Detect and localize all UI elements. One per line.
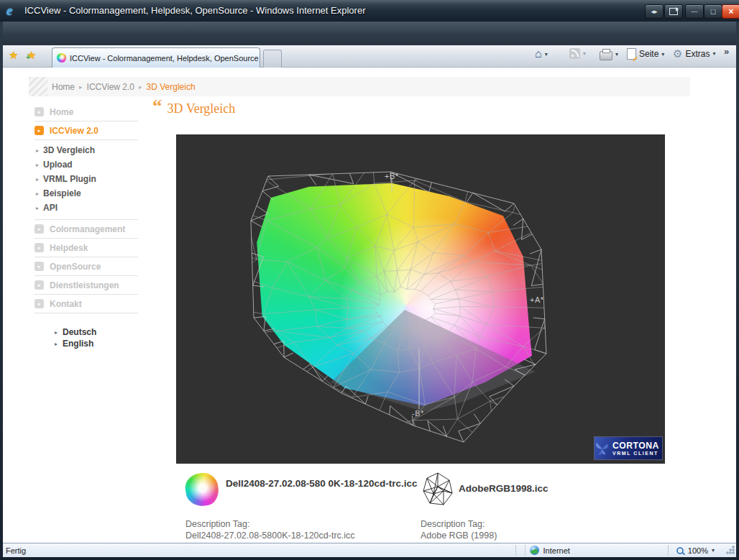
sidebar-item-helpdesk[interactable]: ▸ Helpdesk — [35, 239, 138, 257]
statusbar-divider — [515, 545, 516, 556]
sidebar-item-label: API — [43, 203, 58, 213]
sidebar-item-kontakt[interactable]: ▸ Kontakt — [35, 295, 138, 313]
breadcrumb-arrow-icon: ▸ — [139, 83, 142, 91]
page-menu-button[interactable]: Seite ▾ — [627, 48, 664, 60]
menu-bullet-icon: ▸ — [35, 126, 44, 135]
profile-name-dell: Dell2408-27.02.08-580 0K-18-120cd-trc.ic… — [226, 477, 450, 490]
menu-bullet-icon: ▸ — [35, 280, 44, 290]
breadcrumb-hatch-decoration — [29, 77, 47, 96]
sidebar-submenu: ▸ 3D Vergleich ▸ Upload ▸ VRML Plugin ▸ … — [35, 140, 138, 220]
arrow-right-icon: ▸ — [36, 205, 39, 211]
page-title: 3D Vergleich — [167, 99, 236, 116]
profile-name-adobergb: AdobeRGB1998.icc — [459, 482, 674, 495]
breadcrumb-current-page: 3D Vergleich — [147, 82, 196, 92]
window-resize-button[interactable]: ◂▸ — [645, 4, 664, 19]
breadcrumb-iccview-link[interactable]: ICCView 2.0 — [87, 82, 134, 92]
sidebar-item-api[interactable]: ▸ API — [36, 201, 138, 215]
browser-window: e ICCView - Colormanagement, Helpdesk, O… — [0, 0, 739, 560]
description-label: Description Tag: — [421, 518, 497, 530]
internet-zone-label: Internet — [543, 546, 570, 555]
print-button[interactable]: ▾ — [600, 48, 618, 60]
arrow-right-icon: ▸ — [36, 191, 39, 197]
sidebar-item-home[interactable]: ▸ Home — [35, 103, 138, 121]
feed-button[interactable]: ▾ — [569, 48, 586, 59]
new-tab-button[interactable] — [263, 50, 282, 68]
quote-icon: “ — [152, 99, 162, 114]
home-caret-icon: ▾ — [545, 51, 548, 58]
axis-label-plus-a: +A* — [530, 295, 544, 304]
status-message: Fertig — [6, 546, 26, 555]
statusbar-divider — [525, 545, 525, 556]
breadcrumb-arrow-icon: ▸ — [79, 83, 83, 91]
print-caret-icon: ▾ — [615, 51, 618, 58]
breadcrumb-home-link[interactable]: Home — [52, 82, 75, 92]
page-content: Home ▸ ICCView 2.0 ▸ 3D Vergleich ▸ Home… — [3, 68, 736, 543]
arrow-right-icon: ▸ — [36, 162, 39, 168]
sidebar-item-colormanagement[interactable]: ▸ Colormanagement — [35, 220, 138, 239]
title-bar[interactable]: e ICCView - Colormanagement, Helpdesk, O… — [0, 0, 739, 22]
popout-button[interactable] — [664, 4, 683, 19]
language-link-english[interactable]: ▸ English — [55, 338, 138, 349]
tab-title: ICCView - Colormanagement, Helpdesk, Ope… — [70, 54, 259, 63]
cortona-logo-text: CORTONA VRML CLIENT — [612, 441, 662, 456]
extras-menu-label: Extras — [685, 49, 710, 59]
language-switcher: ▸ Deutsch ▸ English — [55, 326, 138, 349]
sidebar-item-label: VRML Plugin — [43, 174, 96, 184]
extras-caret-icon: ▾ — [712, 50, 715, 57]
popout-icon — [669, 8, 678, 15]
home-icon: ⌂ — [535, 48, 542, 60]
navigation-bar: ← → ▾ ▾ ↻ × ▾ — [0, 22, 739, 45]
description-value: Dell2408-27.02.08-5800K-18-120cd-trc.icc — [185, 530, 355, 541]
printer-icon — [600, 51, 612, 60]
sidebar-item-3d-vergleich[interactable]: ▸ 3D Vergleich — [36, 143, 138, 157]
home-button[interactable]: ⌂ ▾ — [535, 48, 548, 60]
butterfly-icon — [595, 438, 610, 459]
description-tag-adobergb: Description Tag: Adobe RGB (1998) — [421, 518, 497, 541]
cortona-subtitle: VRML CLIENT — [612, 451, 659, 456]
sidebar-item-upload[interactable]: ▸ Upload — [36, 157, 138, 172]
extras-menu-button[interactable]: ⚙ Extras ▾ — [673, 48, 715, 59]
sidebar-item-beispiele[interactable]: ▸ Beispiele — [36, 186, 138, 201]
feed-caret-icon: ▾ — [583, 50, 586, 57]
menu-bullet-icon: ▸ — [35, 243, 44, 252]
maximize-icon: □ — [711, 7, 716, 16]
close-button[interactable]: × — [722, 4, 739, 19]
minimize-button[interactable]: — — [685, 4, 704, 19]
add-favorite-plus-icon: + — [26, 53, 30, 61]
menu-bullet-icon: ▸ — [35, 262, 44, 271]
language-link-deutsch[interactable]: ▸ Deutsch — [55, 326, 138, 338]
menu-bullet-icon: ▸ — [35, 299, 44, 308]
sidebar-item-label: Kontakt — [50, 299, 82, 309]
sidebar-item-label: OpenSource — [50, 262, 101, 272]
sidebar-item-label: Helpdesk — [50, 243, 88, 253]
menu-bullet-icon: ▸ — [35, 224, 44, 234]
sidebar-item-iccview[interactable]: ▸ ICCView 2.0 — [35, 121, 138, 140]
internet-explorer-icon: e — [6, 3, 12, 19]
zoom-level: 100% — [688, 546, 708, 555]
rss-feed-icon — [569, 48, 580, 59]
zoom-caret-icon[interactable]: ▾ — [712, 547, 715, 554]
resize-grip[interactable] — [726, 546, 735, 554]
cortona-vrml-logo[interactable]: CORTONA VRML CLIENT — [594, 436, 663, 460]
statusbar-divider — [668, 545, 669, 556]
minimize-icon: — — [692, 8, 698, 15]
description-value: Adobe RGB (1998) — [421, 530, 497, 541]
tab-iccview[interactable]: ICCView - Colormanagement, Helpdesk, Ope… — [52, 47, 260, 68]
cortona-title: CORTONA — [612, 441, 659, 450]
sidebar-item-vrml-plugin[interactable]: ▸ VRML Plugin — [36, 172, 138, 186]
sidebar-item-opensource[interactable]: ▸ OpenSource — [35, 257, 138, 276]
sidebar-item-dienstleistungen[interactable]: ▸ Dienstleistungen — [35, 276, 138, 295]
window-frame-right — [736, 22, 739, 560]
gamut-3d-viewer[interactable]: +B* +A* -B* CORTONA VRML CLIENT — [176, 134, 665, 464]
sidebar-item-label: Upload — [43, 160, 73, 170]
toolbar-overflow-button[interactable]: » — [724, 46, 729, 57]
profile-wireframe-icon-adobergb — [421, 472, 454, 508]
zoom-control[interactable]: 100% ▾ — [676, 546, 715, 555]
window-title: ICCView - Colormanagement, Helpdesk, Ope… — [24, 5, 365, 16]
status-bar: Fertig Internet 100% ▾ — [0, 543, 739, 557]
axis-label-plus-b: +B* — [385, 172, 399, 180]
favorites-center-button[interactable]: ★ — [9, 49, 18, 62]
page-icon — [627, 48, 636, 60]
maximize-button[interactable]: □ — [704, 4, 722, 19]
menu-bullet-icon: ▸ — [35, 107, 44, 116]
